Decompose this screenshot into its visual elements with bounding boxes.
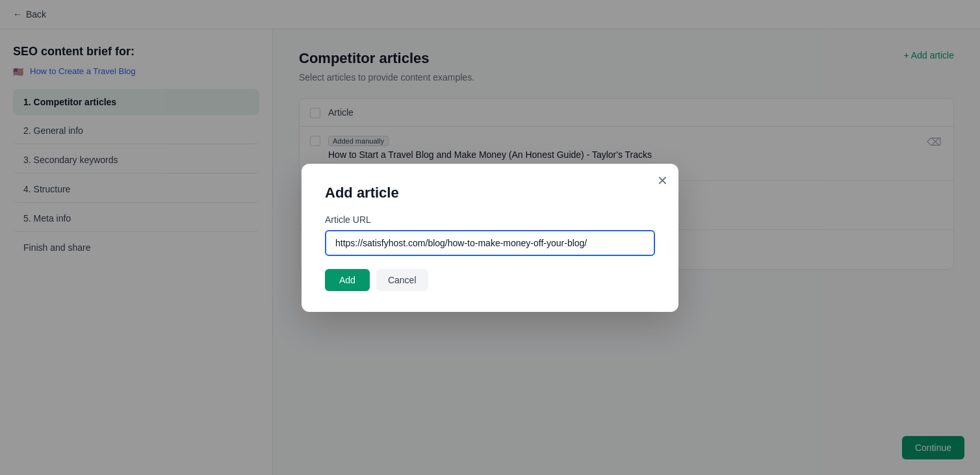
modal-cancel-button[interactable]: Cancel [376, 269, 428, 291]
modal-overlay: ✕ Add article Article URL Add Cancel [0, 0, 980, 475]
modal-label: Article URL [325, 214, 655, 225]
modal-close-button[interactable]: ✕ [657, 174, 668, 187]
modal-title: Add article [325, 185, 655, 201]
add-article-modal: ✕ Add article Article URL Add Cancel [302, 164, 678, 312]
article-url-input[interactable] [325, 230, 655, 256]
modal-add-button[interactable]: Add [325, 269, 370, 291]
modal-actions: Add Cancel [325, 269, 655, 291]
